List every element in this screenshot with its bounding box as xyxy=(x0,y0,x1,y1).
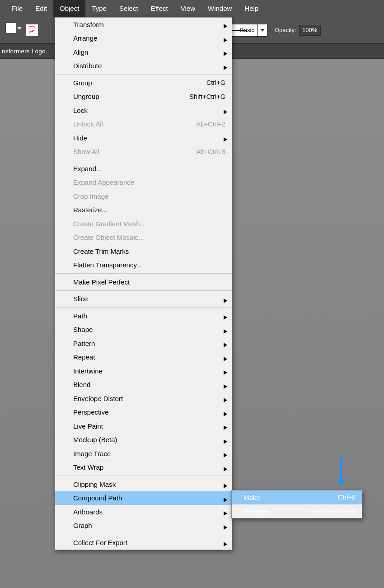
menuitem-label: Image Trace xyxy=(73,450,111,457)
menuitem-label: Shape xyxy=(73,326,93,333)
pdf-icon[interactable] xyxy=(26,24,38,36)
menuitem-label: Pattern xyxy=(73,340,95,347)
chevron-right-icon xyxy=(224,36,227,41)
menuitem-expand-appearance: Expand Appearance xyxy=(55,176,232,190)
menuitem-mockup-beta-[interactable]: Mockup (Beta) xyxy=(55,433,232,447)
menuitem-arrange[interactable]: Arrange xyxy=(55,32,232,46)
menu-file[interactable]: File xyxy=(5,0,29,17)
menuitem-compound-path[interactable]: Compound Path xyxy=(55,491,232,505)
menuitem-clipping-mask[interactable]: Clipping Mask xyxy=(55,477,232,491)
opacity-label: Opacity: xyxy=(275,27,296,33)
chevron-right-icon xyxy=(224,396,227,401)
menuitem-group[interactable]: GroupCtrl+G xyxy=(55,76,232,90)
menuitem-shortcut: Alt+Ctrl+3 xyxy=(197,148,225,155)
document-tab[interactable]: nsformers Logo. xyxy=(2,48,47,55)
fill-swatch[interactable] xyxy=(5,23,20,38)
menuitem-live-paint[interactable]: Live Paint xyxy=(55,419,232,433)
menuitem-label: Artboards xyxy=(73,508,103,516)
compound-path-submenu: MakeCtrl+8ReleaseAlt+Shift+Ctrl+8 xyxy=(231,490,362,518)
menu-file-label: File xyxy=(12,5,23,12)
chevron-right-icon xyxy=(224,438,227,442)
menuitem-create-object-mosaic-: Create Object Mosaic... xyxy=(55,231,232,245)
chevron-right-icon xyxy=(224,410,227,415)
menuitem-create-gradient-mesh-: Create Gradient Mesh... xyxy=(55,217,232,231)
menu-type-label: Type xyxy=(92,5,107,12)
fill-swatch-box xyxy=(5,23,16,33)
opacity-input[interactable]: 100% xyxy=(299,25,321,36)
menuitem-lock[interactable]: Lock xyxy=(55,103,232,117)
chevron-right-icon xyxy=(224,465,227,470)
menu-effect[interactable]: Effect xyxy=(145,0,174,17)
menuitem-label: Rasterize... xyxy=(73,206,108,214)
menu-help-label: Help xyxy=(244,5,258,12)
menuitem-label: Text Wrap xyxy=(73,463,103,471)
menuitem-blend[interactable]: Blend xyxy=(55,378,232,392)
menuitem-shortcut: Alt+Ctrl+2 xyxy=(197,121,225,128)
chevron-right-icon xyxy=(224,509,227,514)
menuitem-repeat[interactable]: Repeat xyxy=(55,350,232,364)
submenuitem-release[interactable]: ReleaseAlt+Shift+Ctrl+8 xyxy=(232,504,362,518)
menuitem-graph[interactable]: Graph xyxy=(55,519,232,533)
chevron-right-icon xyxy=(224,341,227,345)
menu-window[interactable]: Window xyxy=(201,0,238,17)
menu-separator xyxy=(55,273,232,274)
menu-select[interactable]: Select xyxy=(113,0,145,17)
chevron-right-icon xyxy=(224,50,227,54)
chevron-right-icon xyxy=(224,135,227,140)
menu-edit[interactable]: Edit xyxy=(29,0,53,17)
menuitem-envelope-distort[interactable]: Envelope Distort xyxy=(55,392,232,406)
submenuitem-label: Make xyxy=(244,494,260,501)
menu-view[interactable]: View xyxy=(174,0,201,17)
menuitem-pattern[interactable]: Pattern xyxy=(55,336,232,350)
menuitem-label: Create Gradient Mesh... xyxy=(73,220,145,228)
chevron-right-icon xyxy=(224,482,227,486)
menu-select-label: Select xyxy=(119,5,138,12)
menuitem-rasterize-[interactable]: Rasterize... xyxy=(55,203,232,217)
menuitem-label: Intertwine xyxy=(73,367,103,375)
menuitem-label: Graph xyxy=(73,522,92,529)
opacity-value: 100% xyxy=(302,27,317,33)
menuitem-image-trace[interactable]: Image Trace xyxy=(55,447,232,461)
menuitem-transform[interactable]: Transform xyxy=(55,18,232,32)
submenuitem-shortcut: Alt+Shift+Ctrl+8 xyxy=(309,508,356,515)
menuitem-shortcut: Ctrl+G xyxy=(206,79,225,86)
menuitem-flatten-transparency-[interactable]: Flatten Transparency... xyxy=(55,258,232,272)
menuitem-intertwine[interactable]: Intertwine xyxy=(55,364,232,378)
menuitem-create-trim-marks[interactable]: Create Trim Marks xyxy=(55,244,232,258)
chevron-down-icon[interactable] xyxy=(258,24,267,37)
menuitem-path[interactable]: Path xyxy=(55,309,232,323)
menuitem-distribute[interactable]: Distribute xyxy=(55,59,232,73)
submenuitem-make[interactable]: MakeCtrl+8 xyxy=(232,490,362,504)
menuitem-shape[interactable]: Shape xyxy=(55,323,232,337)
menuitem-label: Compound Path xyxy=(73,494,122,502)
menuitem-label: Path xyxy=(73,312,87,320)
menuitem-hide[interactable]: Hide xyxy=(55,131,232,145)
chevron-right-icon xyxy=(224,297,227,301)
menuitem-crop-image: Crop Image xyxy=(55,189,232,203)
document-tab-title: nsformers Logo. xyxy=(2,48,47,55)
chevron-right-icon xyxy=(224,327,227,332)
chevron-down-icon[interactable] xyxy=(17,24,22,27)
menuitem-label: Blend xyxy=(73,381,90,388)
menuitem-label: Flatten Transparency... xyxy=(73,261,142,269)
menuitem-expand-[interactable]: Expand... xyxy=(55,162,232,176)
menu-help[interactable]: Help xyxy=(238,0,265,17)
menuitem-make-pixel-perfect[interactable]: Make Pixel Perfect xyxy=(55,275,232,289)
menuitem-ungroup[interactable]: UngroupShift+Ctrl+G xyxy=(55,90,232,104)
menuitem-label: Make Pixel Perfect xyxy=(73,278,130,286)
menu-object-label: Object xyxy=(60,5,79,12)
chevron-right-icon xyxy=(224,424,227,428)
menuitem-slice[interactable]: Slice xyxy=(55,292,232,306)
menuitem-collect-for-export[interactable]: Collect For Export xyxy=(55,536,232,550)
menu-separator xyxy=(55,290,232,291)
menuitem-text-wrap[interactable]: Text Wrap xyxy=(55,461,232,475)
chevron-right-icon xyxy=(224,22,227,27)
chevron-right-icon xyxy=(224,496,227,500)
menuitem-align[interactable]: Align xyxy=(55,45,232,59)
menuitem-perspective[interactable]: Perspective xyxy=(55,406,232,420)
menu-object[interactable]: Object xyxy=(53,0,85,17)
menuitem-artboards[interactable]: Artboards xyxy=(55,505,232,519)
object-dropdown-menu: TransformArrangeAlignDistributeGroupCtrl… xyxy=(55,17,232,550)
menu-type[interactable]: Type xyxy=(85,0,113,17)
menuitem-label: Create Object Mosaic... xyxy=(73,233,144,241)
